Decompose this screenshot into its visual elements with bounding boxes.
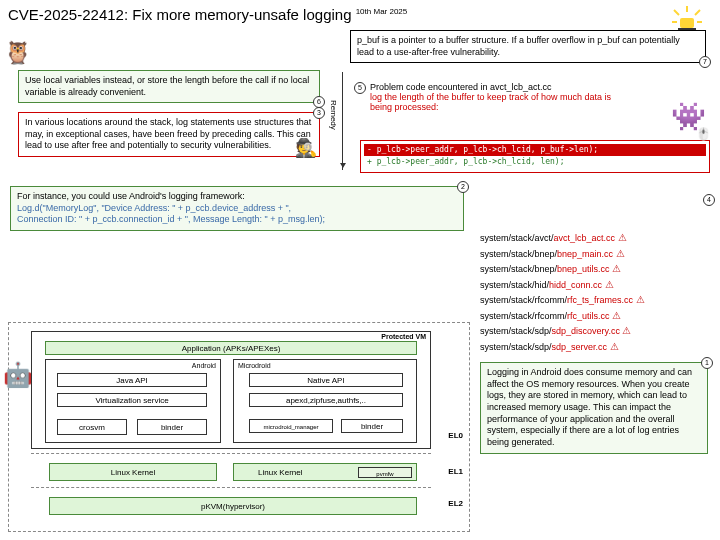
virt-svc: Virtualization service: [57, 393, 207, 407]
file-row: system/stack/rfcomm/rfc_ts_frames.cc ⚠: [480, 292, 645, 308]
title-text: CVE-2025-22412: Fix more memory-unsafe l…: [8, 6, 352, 23]
callout-6-text: Use local variables instead, or store th…: [25, 75, 309, 97]
pvm-label: Protected VM: [381, 333, 426, 340]
file-row: system/stack/rfcomm/rfc_utils.cc ⚠: [480, 308, 645, 324]
lk-r: Linux Kernel pvmfw: [233, 463, 417, 481]
app-bar: Application (APKs/APEXes): [45, 341, 417, 355]
callout-7-text: p_buf is a pointer to a buffer structure…: [357, 35, 680, 57]
callout-2: For instance, you could use Android's lo…: [10, 186, 464, 231]
crosvm: crosvm: [57, 419, 127, 435]
num-1: 1: [701, 357, 713, 369]
java-api: Java API: [57, 373, 207, 387]
callout-2-b: Log.d("MemoryLog", "Device Address: " + …: [17, 203, 291, 213]
page-title: CVE-2025-22412: Fix more memory-unsafe l…: [8, 6, 407, 23]
callout-2-a: For instance, you could use Android's lo…: [17, 191, 245, 201]
file-row: system/stack/hid/hidd_conn.cc ⚠: [480, 277, 645, 293]
pvmfw: pvmfw: [358, 467, 412, 478]
file-row: system/stack/sdp/sdp_server.cc ⚠: [480, 339, 645, 355]
binder-l: binder: [137, 419, 207, 435]
code-box-4: 🖱️ - p_lcb->peer_addr, p_lcb->ch_lcid, p…: [360, 140, 710, 173]
callout-6: Use local variables instead, or store th…: [18, 70, 320, 103]
file-row: system/stack/bnep/bnep_main.cc ⚠: [480, 246, 645, 262]
binder-r: binder: [341, 419, 403, 433]
code-removed: - p_lcb->peer_addr, p_lcb->ch_lcid, p_bu…: [364, 144, 706, 156]
arrow-down: [342, 72, 343, 170]
lk-l: Linux Kernel: [49, 463, 217, 481]
num-2: 2: [457, 181, 469, 193]
num-7: 7: [699, 56, 711, 68]
callout-7: p_buf is a pointer to a buffer structure…: [350, 30, 706, 63]
file-row: system/stack/avct/avct_lcb_act.cc ⚠: [480, 230, 645, 246]
svg-line-3: [674, 10, 679, 15]
problem-label-text: Problem code encountered in avct_lcb_act…: [370, 82, 552, 92]
owl-icon: 🦉: [4, 40, 31, 66]
callout-3: In various locations around the stack, l…: [18, 112, 320, 157]
el1: EL1: [448, 467, 463, 476]
callout-1-text: Logging in Android does consume memory a…: [487, 367, 692, 447]
el2: EL2: [448, 499, 463, 508]
callout-3-text: In various locations around the stack, l…: [25, 117, 311, 150]
num-5: 5: [354, 82, 366, 94]
num-4: 4: [703, 194, 715, 206]
svg-line-4: [695, 10, 700, 15]
file-row: system/stack/sdp/sdp_discovery.cc ⚠: [480, 323, 645, 339]
code-added: + p_lcb->peer_addr, p_lcb->ch_lcid, len)…: [364, 156, 706, 168]
problem-label: 5 Problem code encountered in avct_lcb_a…: [370, 82, 630, 112]
file-list: system/stack/avct/avct_lcb_act.cc ⚠syste…: [480, 230, 645, 354]
callout-1: Logging in Android does consume memory a…: [480, 362, 708, 454]
title-date: 10th Mar 2025: [356, 7, 408, 16]
problem-label-red: log the length of the buffer to keep tra…: [370, 92, 611, 112]
dash1: [31, 453, 431, 454]
apexd: apexd,zipfuse,authfs,..: [249, 393, 403, 407]
file-row: system/stack/bnep/bnep_utils.cc ⚠: [480, 261, 645, 277]
dash2: [31, 487, 431, 488]
el0: EL0: [448, 431, 463, 440]
native-api: Native API: [249, 373, 403, 387]
arch-diagram: 🤖 Protected VM Application (APKs/APEXes)…: [8, 322, 470, 532]
svg-rect-0: [680, 18, 694, 28]
num-3: 3: [313, 107, 325, 119]
remedy-label: Remedy: [329, 100, 338, 130]
cursor-icon: 🖱️: [696, 127, 711, 143]
android-icon: 🤖: [3, 361, 33, 389]
callout-2-c: Connection ID: " + p_ccb.connection_id +…: [17, 214, 325, 224]
spy-icon: 🕵️: [295, 137, 317, 160]
micro-mgr: microdroid_manager: [249, 419, 333, 433]
pkvm: pKVM(hypervisor): [49, 497, 417, 515]
